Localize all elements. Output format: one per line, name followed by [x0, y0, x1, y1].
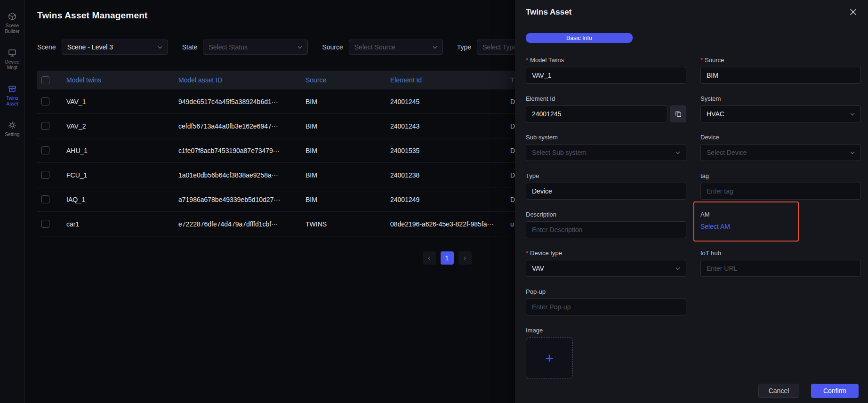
close-icon[interactable] — [850, 8, 857, 17]
cell-source: BIM — [305, 122, 390, 130]
scene-select[interactable]: Scene - Level 3 — [62, 40, 168, 55]
source-select-placeholder: Select Source — [354, 43, 395, 51]
scene-select-value: Scene - Level 3 — [67, 43, 113, 51]
field-tag: tag — [700, 172, 861, 200]
column-header-model-twins[interactable]: Model twins — [66, 76, 178, 84]
popup-input[interactable] — [526, 298, 686, 315]
device-placeholder: Select Device — [707, 149, 747, 156]
row-checkbox[interactable] — [41, 97, 49, 105]
cell-element-id: 24001245 — [390, 98, 510, 105]
cell-model-asset-id: a71986a678be49339eb5d10d27··· — [178, 196, 305, 203]
filter-state: State Select Status — [182, 40, 308, 55]
pagination-prev-button[interactable]: ‹ — [423, 251, 436, 265]
chevron-down-icon — [297, 46, 302, 49]
element-id-input[interactable] — [526, 105, 667, 122]
row-checkbox[interactable] — [41, 171, 49, 179]
status-select[interactable]: Select Status — [203, 40, 308, 55]
sidebar-item-scene-builder[interactable]: Scene Builder — [0, 12, 24, 34]
device-type-select[interactable]: VAV — [526, 260, 686, 277]
cell-source: BIM — [305, 196, 390, 203]
column-header-source[interactable]: Source — [305, 76, 390, 84]
status-select-placeholder: Select Status — [209, 43, 248, 51]
model-twins-input[interactable] — [526, 67, 686, 84]
sidebar-item-device-mngt[interactable]: Device Mngt — [0, 48, 24, 71]
cell-model-twins: car1 — [66, 220, 178, 228]
row-checkbox[interactable] — [41, 220, 49, 228]
sub-system-select[interactable]: Select Sub system — [526, 144, 686, 161]
drawer-form: *Model Twins Element Id Sub system S — [515, 43, 868, 390]
chevron-down-icon — [850, 113, 855, 116]
filter-source: Source Select Source — [322, 40, 442, 55]
filter-type-label: Type — [457, 43, 471, 51]
description-label: Description — [526, 211, 686, 218]
type-input[interactable] — [526, 183, 686, 200]
cell-element-id: 08de2196-a626-45e3-822f-985fa··· — [390, 220, 510, 228]
field-system: System HVAC — [700, 95, 861, 122]
gear-icon — [8, 121, 16, 129]
pagination-next-button[interactable]: › — [458, 251, 472, 265]
chevron-down-icon — [675, 267, 680, 270]
cell-source: BIM — [305, 98, 390, 105]
row-checkbox[interactable] — [41, 122, 49, 130]
image-label: Image — [526, 327, 686, 334]
field-element-id: Element Id — [526, 95, 686, 122]
field-am: AM Select AM — [700, 211, 861, 238]
am-label: AM — [700, 211, 861, 218]
model-twins-label: Model Twins — [530, 56, 564, 64]
device-type-label: Device type — [530, 250, 562, 257]
sidebar-item-twins-asset[interactable]: Twins Asset — [0, 85, 24, 107]
cell-source: BIM — [305, 171, 390, 179]
popup-label: Pop-up — [526, 288, 686, 296]
device-type-value: VAV — [532, 265, 544, 272]
source-input[interactable] — [700, 67, 861, 84]
system-select[interactable]: HVAC — [700, 105, 861, 122]
cancel-button[interactable]: Cancel — [758, 384, 799, 398]
iot-hub-input[interactable] — [700, 260, 861, 277]
filter-scene-label: Scene — [37, 43, 56, 51]
cell-element-id: 24001243 — [390, 122, 510, 130]
source-select[interactable]: Select Source — [349, 40, 443, 55]
sub-system-label: Sub system — [526, 134, 686, 141]
source-label: Source — [705, 56, 724, 64]
pagination-page-1[interactable]: 1 — [441, 251, 454, 265]
element-id-label: Element Id — [526, 95, 686, 103]
tab-basic-info[interactable]: Basic Info — [526, 33, 633, 43]
row-checkbox[interactable] — [41, 195, 49, 203]
cell-model-asset-id: e7222876dfe74d479a7dfffd1cbf··· — [178, 220, 305, 228]
column-header-model-asset-id[interactable]: Model asset ID — [178, 76, 305, 84]
sidebar-item-setting[interactable]: Setting — [0, 121, 24, 137]
required-asterisk: * — [526, 250, 528, 257]
tag-input[interactable] — [700, 183, 861, 200]
select-am-link[interactable]: Select AM — [700, 223, 730, 230]
form-left-column: *Model Twins Element Id Sub system S — [526, 56, 686, 390]
image-upload-box[interactable]: + — [526, 337, 573, 379]
device-select[interactable]: Select Device — [700, 144, 861, 161]
cell-model-twins: FCU_1 — [66, 171, 178, 179]
confirm-button[interactable]: Confirm — [811, 384, 859, 398]
system-value: HVAC — [707, 110, 724, 118]
cell-model-asset-id: c1fe07f8acb7453190a87e73479··· — [178, 147, 305, 154]
field-device: Device Select Device — [700, 134, 861, 161]
field-description: Description — [526, 211, 686, 238]
required-asterisk: * — [526, 56, 528, 64]
row-checkbox[interactable] — [41, 146, 49, 154]
cell-element-id: 24001535 — [390, 147, 510, 154]
filter-state-label: State — [182, 43, 198, 51]
drawer-title: Twins Asset — [526, 8, 571, 17]
column-header-element-id[interactable]: Element Id — [390, 76, 510, 84]
app-sidebar: Scene Builder Device Mngt Twins Asset Se… — [0, 0, 25, 403]
field-source: *Source — [700, 56, 861, 84]
twins-asset-icon — [8, 85, 16, 93]
description-input[interactable] — [526, 221, 686, 238]
cell-model-twins: VAV_1 — [66, 98, 178, 105]
device-mngt-icon — [8, 48, 16, 57]
scene-builder-icon — [8, 12, 16, 21]
copy-button[interactable] — [670, 105, 686, 122]
required-asterisk: * — [700, 56, 703, 64]
plus-icon: + — [545, 351, 554, 365]
field-image: Image + — [526, 327, 686, 379]
cell-source: TWINS — [305, 220, 390, 228]
field-iot-hub: IoT hub — [700, 250, 861, 277]
drawer-header: Twins Asset — [515, 0, 868, 17]
select-all-checkbox[interactable] — [41, 76, 49, 84]
